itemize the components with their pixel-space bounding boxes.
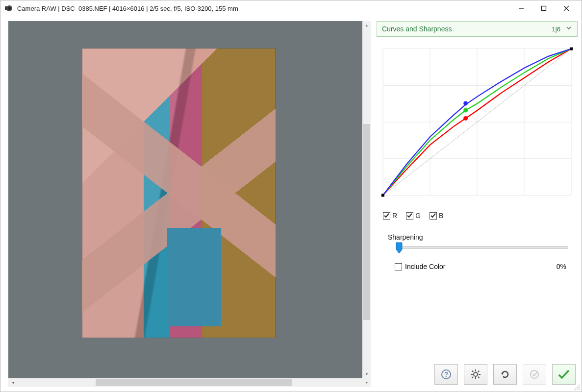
- auto-button[interactable]: [523, 364, 546, 385]
- channel-g-checkbox[interactable]: G: [406, 212, 421, 220]
- svg-rect-21: [570, 48, 573, 50]
- scroll-left-button[interactable]: ◂: [8, 378, 17, 387]
- sharpening-label: Sharpening: [388, 233, 570, 241]
- window-controls: [510, 0, 578, 16]
- svg-line-32: [472, 377, 474, 378]
- window-title: Camera RAW | DSC_0385.NEF | 4016×6016 | …: [17, 5, 510, 12]
- help-button[interactable]: ?: [434, 364, 458, 385]
- svg-text:?: ?: [444, 370, 449, 378]
- minimize-button[interactable]: [510, 0, 532, 16]
- settings-button[interactable]: [464, 364, 487, 385]
- svg-point-36: [577, 387, 578, 388]
- svg-line-29: [472, 371, 474, 372]
- scroll-down-button[interactable]: ▾: [362, 370, 371, 378]
- sharpening-percent: 0%: [557, 263, 566, 270]
- channel-r-checkbox[interactable]: R: [383, 212, 397, 220]
- svg-point-18: [463, 108, 468, 113]
- checkbox-icon: [430, 212, 437, 220]
- action-bar: ?: [377, 364, 578, 387]
- svg-point-38: [575, 389, 576, 390]
- svg-point-40: [579, 389, 580, 390]
- slider-thumb-icon[interactable]: [396, 242, 403, 254]
- app-icon: [4, 4, 13, 13]
- include-color-checkbox[interactable]: [395, 263, 402, 270]
- chevron-down-icon: [565, 24, 572, 33]
- apply-button[interactable]: [552, 364, 576, 385]
- checkbox-icon: [383, 212, 390, 220]
- svg-point-39: [577, 389, 578, 390]
- channel-b-label: B: [439, 212, 443, 220]
- svg-line-31: [478, 371, 480, 372]
- svg-rect-20: [381, 194, 384, 197]
- svg-point-19: [463, 101, 468, 106]
- svg-point-37: [579, 387, 580, 388]
- panel-index: 1|6: [552, 25, 560, 33]
- scroll-right-button[interactable]: ▸: [362, 378, 371, 387]
- svg-point-17: [463, 116, 468, 121]
- close-button[interactable]: [555, 0, 578, 16]
- channel-b-checkbox[interactable]: B: [430, 212, 443, 220]
- channel-g-label: G: [415, 212, 421, 220]
- scroll-thumb-vertical[interactable]: [363, 124, 370, 320]
- svg-rect-4: [542, 6, 546, 11]
- reset-button[interactable]: [493, 364, 517, 385]
- resize-grip-icon[interactable]: [574, 384, 581, 391]
- sharpening-slider[interactable]: [397, 246, 568, 249]
- maximize-button[interactable]: [532, 0, 555, 16]
- include-color-label: Include Color: [405, 263, 446, 270]
- title-bar: Camera RAW | DSC_0385.NEF | 4016×6016 | …: [0, 0, 582, 16]
- svg-marker-33: [501, 373, 504, 375]
- svg-point-1: [8, 7, 11, 10]
- preview-image: [82, 48, 276, 338]
- channel-r-label: R: [392, 212, 397, 220]
- svg-point-35: [579, 385, 580, 386]
- curves-plot[interactable]: [380, 45, 574, 207]
- scroll-thumb-horizontal[interactable]: [96, 379, 292, 386]
- svg-rect-2: [5, 6, 7, 10]
- panel-selector[interactable]: Curves and Sharpness 1|6: [377, 21, 578, 37]
- image-preview[interactable]: [8, 21, 362, 378]
- panel-title: Curves and Sharpness: [382, 25, 552, 33]
- svg-point-24: [474, 372, 478, 376]
- svg-point-34: [531, 370, 538, 378]
- svg-line-30: [478, 377, 480, 378]
- scroll-up-button[interactable]: ▴: [362, 21, 371, 29]
- checkbox-icon: [406, 212, 413, 220]
- horizontal-scrollbar[interactable]: ◂ ▸: [8, 378, 371, 387]
- vertical-scrollbar[interactable]: ▴ ▾: [362, 21, 371, 378]
